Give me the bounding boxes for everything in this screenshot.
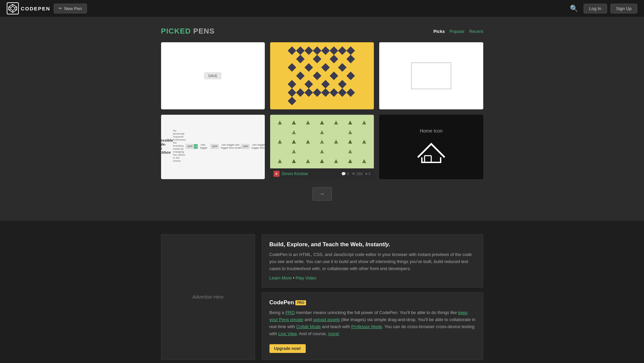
pen-avatar-5: S <box>274 171 280 177</box>
login-button[interactable]: Log In <box>584 4 607 13</box>
upgrade-button[interactable]: Upgrade now! <box>269 344 306 353</box>
professor-mode-link[interactable]: Professor Mode <box>351 324 382 329</box>
svg-marker-1 <box>11 6 15 10</box>
heart-icon-5: ♥ <box>365 172 368 176</box>
pen-stats-5: 💬0 👁280 ♥6 <box>341 172 370 176</box>
new-pen-icon: ✏ <box>59 6 62 11</box>
more-link[interactable]: more! <box>328 331 339 336</box>
pens-label: PENS <box>191 27 215 35</box>
home-svg <box>414 139 448 166</box>
next-page-button[interactable]: → <box>312 187 332 201</box>
comment-icon-5: 💬 <box>341 172 346 176</box>
pen-author-5[interactable]: Simon Kinslow <box>282 171 339 176</box>
picked-label: PICKED <box>161 27 191 35</box>
toggle-title: Accessible toggle-style checkbox <box>161 138 173 154</box>
new-pen-label: New Pen <box>64 6 82 11</box>
pro-inline-link[interactable]: PRO <box>285 310 295 315</box>
pen-preview-3 <box>379 42 483 109</box>
build-title-text: Build, Explore, and Teach the Web, <box>269 241 366 248</box>
picked-pens-header: PICKED PENS Picks Popular Recent <box>161 27 483 36</box>
toggle-desc: No javascript required! Customize the br… <box>173 129 186 162</box>
navbar: CODEPEN ✏ New Pen 🔍 Log In Sign Up <box>0 0 644 17</box>
logo-text: CODEPEN <box>21 6 50 11</box>
home-icon-title: Home Icon <box>420 128 443 134</box>
pen-footer-5: S Simon Kinslow 💬0 👁280 ♥6 <box>270 168 374 179</box>
search-icon: 🔍 <box>570 5 578 12</box>
info-card-pro: CodePenPRO Being a PRO member means unlo… <box>262 292 483 360</box>
link-separator: • <box>293 275 296 280</box>
pen-card-douglas[interactable]: Home Icon D Douglas 💬0 👁358 ♥3 <box>379 115 483 179</box>
pen-preview-6: Home Icon <box>379 115 483 179</box>
tab-popular[interactable]: Popular <box>449 29 464 34</box>
tab-recent[interactable]: Recent <box>469 29 483 34</box>
collab-mode-link[interactable]: Collab Mode <box>296 324 321 329</box>
pen-card-chris[interactable]: Accessible toggle-style checkbox No java… <box>161 115 265 179</box>
search-button[interactable]: 🔍 <box>568 2 580 14</box>
info-card-build: Build, Explore, and Teach the Web, Insta… <box>262 234 483 288</box>
eye-icon-5: 👁 <box>352 172 355 176</box>
tab-picks[interactable]: Picks <box>434 29 445 34</box>
pen-preview-5: ▲ ▲ ▲ ▲ ▲ ▲ ▲ ▲ ▲ ▲ ▲ ▲ ▲ <box>270 115 374 168</box>
bottom-content: Advertise Here Build, Explore, and Teach… <box>161 234 483 360</box>
advertise-label: Advertise Here <box>192 294 224 300</box>
inner-box-preview <box>411 62 451 89</box>
pens-grid: SAVE A Andreas Storm 💬0 👁450 ♥9 <box>161 42 483 179</box>
info-card-pro-title: CodePenPRO <box>269 299 476 306</box>
upload-assets-link[interactable]: upload assets <box>313 317 340 322</box>
pro-badge: PRO <box>295 300 306 305</box>
info-card-build-links: Learn More • Play Video <box>269 275 476 280</box>
picked-pens-tabs: Picks Popular Recent <box>434 29 483 34</box>
info-column: Build, Explore, and Teach the Web, Insta… <box>262 234 483 360</box>
pen-card-andreas[interactable]: SAVE A Andreas Storm 💬0 👁450 ♥9 <box>161 42 265 109</box>
picked-pens-title: PICKED PENS <box>161 27 215 36</box>
pen-card-simon[interactable]: ▲ ▲ ▲ ▲ ▲ ▲ ▲ ▲ ▲ ▲ ▲ ▲ ▲ <box>270 115 374 179</box>
bottom-section: Advertise Here Build, Explore, and Teach… <box>0 221 644 363</box>
pagination: → <box>161 187 483 201</box>
play-video-link[interactable]: Play Video <box>296 275 316 280</box>
build-title-italic: Instantly. <box>365 241 390 248</box>
advertise-box: Advertise Here <box>161 234 255 360</box>
info-card-build-title: Build, Explore, and Teach the Web, Insta… <box>269 241 476 248</box>
pen-preview-1: SAVE <box>161 42 265 109</box>
codepen-logo-icon <box>7 2 19 14</box>
codepen-pro-label: CodePen <box>269 299 294 306</box>
learn-more-link[interactable]: Learn More <box>269 275 292 280</box>
new-pen-button[interactable]: ✏ New Pen <box>54 4 87 13</box>
pen-card-eduardo[interactable]: E Eduardo Lopes 💬0 👁302 ♥7 <box>270 42 374 109</box>
pen-card-xavier[interactable]: X Xavier Cambar 💬0 👁271 ♥4 <box>379 42 483 109</box>
info-card-pro-text: Being a PRO member means unlocking the f… <box>269 309 476 337</box>
main-content: PICKED PENS Picks Popular Recent SAVE A … <box>161 17 483 221</box>
pen-preview-4: Accessible toggle-style checkbox No java… <box>161 115 265 179</box>
signup-button[interactable]: Sign Up <box>610 4 637 13</box>
pen-preview-2 <box>270 42 374 109</box>
nav-logo: CODEPEN <box>7 2 50 14</box>
live-view-link[interactable]: Live View <box>278 331 297 336</box>
info-card-build-text: CodePen is an HTML, CSS, and JavaScript … <box>269 251 476 272</box>
